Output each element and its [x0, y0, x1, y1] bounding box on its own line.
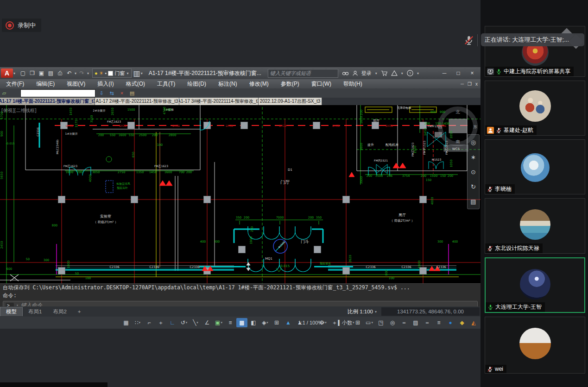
layer-color-swatch[interactable] — [108, 71, 113, 76]
participant-tile-2[interactable]: 基建处-赵航 — [485, 81, 585, 136]
recording-badge[interactable]: 录制中 — [2, 19, 41, 32]
annotation-scale-label[interactable]: 1:1 / 100%▾ — [306, 318, 317, 327]
dimstyle-icon[interactable]: ＝ — [422, 318, 433, 327]
redo-icon[interactable]: ↷ — [77, 69, 86, 78]
lineweight-icon[interactable]: ≡ — [225, 318, 236, 327]
help-icon[interactable]: ? — [407, 70, 413, 76]
menu-item-5[interactable]: 格式(O) — [120, 80, 151, 88]
snap-mode-icon[interactable]: ∷▾ — [132, 318, 143, 327]
ortho-mode-icon[interactable]: ∟ — [167, 318, 178, 327]
doc-minimize-icon[interactable]: ─ — [461, 81, 464, 87]
a360-exchange-icon[interactable] — [391, 70, 398, 76]
annotation-visibility-icon[interactable]: ▲ — [283, 318, 294, 327]
layout-tab-+[interactable]: + — [72, 308, 87, 315]
xref-detach-icon[interactable]: × — [118, 89, 126, 97]
toolbar-text-input[interactable] — [20, 89, 95, 97]
layer-freeze-sun-icon[interactable]: ☀ — [99, 70, 104, 76]
isometric-drafting-icon[interactable]: ╲▾ — [190, 318, 201, 327]
help-search-input[interactable]: 键入关键字或短语 — [268, 69, 338, 78]
participant-tile-6[interactable]: wei — [485, 317, 585, 374]
undo-dropdown-icon[interactable]: ▾ — [75, 71, 76, 75]
xref-attach-icon[interactable]: ⇩ — [97, 89, 106, 97]
exchange-dropdown-icon[interactable]: ▾ — [401, 71, 403, 75]
3d-osnap-icon[interactable]: ◈▾ — [259, 318, 271, 327]
menu-item-4[interactable]: 插入(I) — [91, 80, 120, 88]
showmotion-icon[interactable]: ▤ — [470, 198, 476, 205]
xref-reload-icon[interactable]: ⇆ — [107, 89, 116, 97]
print-icon[interactable]: ⎙ — [56, 69, 64, 78]
minimize-button[interactable]: ─ — [438, 69, 451, 78]
file-tab-4[interactable]: 2022.12.09-A1-17总图-SX_t3 — [259, 98, 322, 105]
selection-cycling-icon[interactable]: ◧ — [248, 318, 259, 327]
image-warning-icon[interactable]: ◭ — [468, 318, 479, 327]
filter-icon[interactable]: ≡ — [433, 318, 444, 327]
layer-lock-icon[interactable]: ▪ — [105, 70, 107, 76]
menu-item-3[interactable]: 视图(V) — [61, 80, 91, 88]
menu-item-11[interactable]: 窗口(W) — [305, 80, 337, 88]
layer-control[interactable]: ● ☀ ▪ 门窗 ▾ — [92, 69, 131, 78]
menu-item-9[interactable]: 修改(M) — [243, 80, 275, 88]
scale-control[interactable]: 比例 1:100 ▾ — [348, 308, 381, 315]
menu-item-7[interactable]: 绘图(D) — [181, 80, 212, 88]
menu-item-12[interactable]: 帮助(H) — [337, 80, 368, 88]
menu-item-1[interactable]: 文件(F) — [0, 80, 30, 88]
signin-dropdown-icon[interactable]: ▾ — [375, 71, 377, 75]
dynamic-input-icon[interactable]: ＋ — [155, 318, 166, 327]
workspace-gear-icon[interactable]: ⚙▾ — [317, 318, 329, 327]
open-file-icon[interactable]: ❒ — [28, 69, 37, 78]
layer-manager-icon[interactable]: ▥ — [133, 69, 140, 78]
units-label[interactable]: ▍小数▾ — [341, 318, 352, 327]
grid-display-icon[interactable]: ▦ — [120, 318, 132, 327]
new-file-icon[interactable]: ▢ — [19, 69, 27, 78]
transparency-icon[interactable]: ▩ — [236, 318, 247, 327]
zoom-icon[interactable]: ⊙ — [471, 169, 476, 175]
layout-tab-模型[interactable]: 模型 — [0, 307, 23, 316]
scale-dropdown-icon[interactable]: ▾ — [375, 310, 377, 314]
steering-wheel-icon[interactable]: ◎ — [471, 139, 476, 146]
doc-close-icon[interactable]: x — [475, 81, 478, 87]
logo-dropdown-icon[interactable]: ▾ — [13, 71, 15, 75]
object-isolate-icon[interactable]: ◎ — [387, 318, 398, 327]
muted-mic-icon[interactable] — [464, 35, 474, 45]
file-tab-2[interactable]: A1-17 2#楼-平面-20221121-预审修改_t3 — [95, 98, 179, 105]
app-store-cart-icon[interactable] — [381, 70, 388, 76]
search-binoculars-icon[interactable] — [342, 70, 349, 76]
participant-tile-3[interactable]: 李晓楠 — [485, 139, 585, 194]
orbit-icon[interactable]: ↻ — [471, 183, 476, 190]
infer-constraints-icon[interactable]: ⌐ — [144, 318, 155, 327]
osnap-tracking-icon[interactable]: ∠ — [202, 318, 213, 327]
participant-tile-5[interactable]: 大连理工大学-王智 — [485, 257, 585, 313]
signin-label[interactable]: 登录 — [361, 70, 372, 77]
quick-properties-icon[interactable]: ⊞ — [352, 318, 363, 327]
menu-item-2[interactable]: 编辑(E) — [30, 80, 61, 88]
menu-item-8[interactable]: 标注(N) — [212, 80, 243, 88]
object-snap-icon[interactable]: ▣▾ — [213, 318, 224, 327]
hatch-toggle-icon[interactable]: ▨ — [410, 318, 421, 327]
undo-icon[interactable]: ↶ — [65, 69, 74, 78]
layer-dropdown-icon[interactable]: ▾ — [126, 71, 128, 75]
polar-tracking-icon[interactable]: ↺▾ — [178, 318, 190, 327]
participant-tile-4[interactable]: 东北设计院陈天禄 — [485, 198, 585, 254]
maximize-button[interactable]: □ — [452, 69, 465, 78]
monitor-display-icon[interactable]: ▭▾ — [364, 318, 375, 327]
menu-item-6[interactable]: 工具(T) — [151, 80, 181, 88]
layout-tab-布局2[interactable]: 布局2 — [47, 307, 72, 316]
folder-tools-icon[interactable]: ▤ — [128, 89, 136, 97]
user-icon[interactable] — [352, 70, 358, 76]
layout-tab-布局1[interactable]: 布局1 — [23, 307, 47, 316]
save-as-icon[interactable]: ▤ — [46, 69, 55, 78]
clean-screen-icon[interactable]: ◳ — [375, 318, 386, 327]
layer-on-bulb-icon[interactable]: ● — [95, 70, 98, 76]
save-icon[interactable]: ▣ — [37, 69, 46, 78]
menu-item-10[interactable]: 参数(P) — [275, 80, 305, 88]
drawing-canvas[interactable]: [俯视][二维线框]门厅实验室（ 荷载2T/m² ）展厅（ 荷载2T/m² ）配… — [0, 105, 481, 283]
layer-manager-dropdown-icon[interactable]: ▾ — [141, 71, 143, 75]
pan-hand-icon[interactable]: ∗ — [471, 154, 476, 161]
lineweight-settings-icon[interactable]: ＝ — [398, 318, 410, 327]
help-dropdown-icon[interactable]: ▾ — [417, 71, 419, 75]
file-tab-3[interactable]: A1-17 3#楼-平面-20221114-预审修改_t3 — [179, 98, 259, 105]
file-tab-1[interactable]: A1-17 1#楼-平面-20221121-预审修改核门窗_t3 — [0, 98, 95, 105]
edit-pencil-icon[interactable]: ▱ — [0, 89, 8, 97]
performance-icon[interactable]: ● — [445, 318, 456, 327]
graphics-icon[interactable]: ◆ — [456, 318, 468, 327]
